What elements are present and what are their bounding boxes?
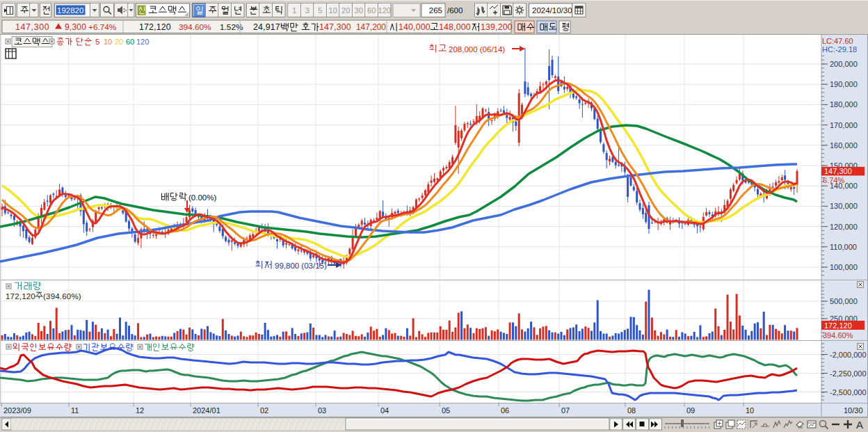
svg-text:06: 06 — [501, 406, 509, 415]
svg-text:10/30: 10/30 — [844, 406, 863, 415]
svg-text:394.60%: 394.60% — [179, 22, 211, 32]
svg-text:07: 07 — [561, 406, 570, 415]
svg-text:-2,500,000: -2,500,000 — [830, 388, 867, 397]
svg-text:265: 265 — [429, 6, 442, 15]
svg-text:03: 03 — [318, 406, 326, 415]
svg-text:147,300: 147,300 — [824, 167, 852, 175]
svg-text:5: 5 — [318, 6, 322, 15]
svg-text:130,000: 130,000 — [830, 202, 858, 210]
svg-text:147,300: 147,300 — [15, 22, 49, 32]
svg-text:148,000: 148,000 — [439, 22, 471, 32]
svg-text:-2,250,000: -2,250,000 — [830, 369, 867, 378]
svg-text:02: 02 — [260, 406, 268, 415]
svg-text:172,120: 172,120 — [824, 321, 852, 330]
svg-text:+6.74%: +6.74% — [88, 22, 117, 32]
svg-text:208,000 (06/14): 208,000 (06/14) — [449, 45, 505, 54]
svg-text:08: 08 — [627, 406, 636, 415]
svg-text:10: 10 — [329, 6, 337, 15]
svg-text:172,120: 172,120 — [6, 292, 35, 301]
svg-text:147,300: 147,300 — [319, 22, 351, 32]
svg-text:139,200: 139,200 — [481, 22, 513, 32]
svg-text:3: 3 — [305, 6, 310, 15]
svg-text:04: 04 — [380, 406, 389, 415]
svg-text:LC:47.60: LC:47.60 — [822, 37, 853, 45]
svg-text:160,000: 160,000 — [830, 141, 858, 150]
svg-text:11: 11 — [71, 406, 79, 415]
svg-text:6.74%: 6.74% — [823, 176, 844, 184]
svg-text:A: A — [856, 419, 863, 431]
svg-text:120: 120 — [136, 38, 149, 46]
svg-text:2024/10/30: 2024/10/30 — [532, 6, 572, 15]
svg-text:09: 09 — [686, 406, 695, 415]
svg-text:60: 60 — [367, 6, 376, 15]
svg-text:20: 20 — [341, 6, 350, 15]
svg-text:172,120: 172,120 — [139, 22, 171, 32]
svg-text:5: 5 — [95, 38, 99, 46]
svg-text:99,800 (03/15): 99,800 (03/15) — [275, 262, 327, 270]
svg-text:110,000: 110,000 — [830, 243, 857, 251]
svg-text:170,000: 170,000 — [830, 121, 858, 129]
svg-text:(394.60%): (394.60%) — [43, 292, 81, 301]
svg-text:120: 120 — [378, 6, 391, 15]
svg-text:180,000: 180,000 — [830, 100, 858, 109]
svg-text:(0.00%): (0.00%) — [188, 193, 216, 202]
svg-text:147,200: 147,200 — [356, 22, 386, 32]
svg-text:10: 10 — [104, 38, 112, 46]
svg-text:120,000: 120,000 — [830, 223, 858, 231]
svg-text:190,000: 190,000 — [830, 80, 858, 88]
svg-text:2023/09: 2023/09 — [3, 406, 31, 415]
svg-text:9,300: 9,300 — [65, 22, 86, 32]
svg-text:05: 05 — [442, 406, 450, 415]
svg-text:12: 12 — [136, 406, 144, 415]
svg-text:30: 30 — [355, 6, 363, 15]
svg-text:140,000: 140,000 — [399, 22, 431, 32]
svg-text:394.60%: 394.60% — [823, 331, 853, 339]
svg-text:HC:-29.18: HC:-29.18 — [822, 45, 857, 54]
svg-text:60: 60 — [126, 38, 134, 46]
svg-text:200,000: 200,000 — [830, 60, 858, 68]
svg-text:20: 20 — [115, 38, 123, 46]
svg-text:10: 10 — [746, 406, 754, 415]
svg-text:500,000: 500,000 — [830, 297, 858, 305]
svg-text:192820: 192820 — [57, 6, 83, 15]
svg-text:2024/01: 2024/01 — [193, 406, 220, 415]
svg-text:24,917: 24,917 — [253, 22, 280, 32]
svg-text:1: 1 — [292, 6, 296, 15]
svg-text:-2,000,000: -2,000,000 — [830, 351, 867, 359]
svg-text:100,000: 100,000 — [830, 263, 858, 271]
svg-text:/600: /600 — [447, 6, 463, 15]
